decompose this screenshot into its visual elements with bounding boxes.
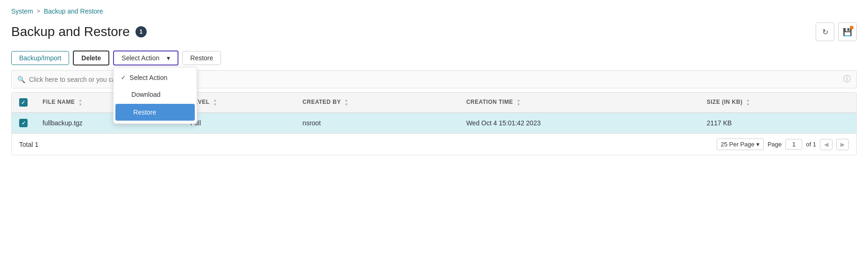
dropdown-item-select-action[interactable]: ✓ Select Action bbox=[114, 69, 197, 86]
next-page-button[interactable]: ▶ bbox=[836, 139, 849, 150]
header-checkbox-cell: ✓ bbox=[12, 93, 35, 113]
page-header: Backup and Restore 1 ↻ 💾 bbox=[11, 22, 857, 41]
dropdown-item-download[interactable]: Download bbox=[114, 86, 197, 103]
check-icon: ✓ bbox=[21, 100, 26, 106]
row-checkbox-cell: ✓ bbox=[12, 113, 35, 133]
page-badge: 1 bbox=[135, 26, 147, 37]
chevron-down-icon: ▾ bbox=[756, 141, 760, 148]
dropdown-item-label: Download bbox=[131, 91, 160, 98]
notification-dot bbox=[850, 26, 854, 29]
select-all-checkbox[interactable]: ✓ bbox=[19, 98, 28, 107]
cell-created-by: nsroot bbox=[295, 113, 459, 133]
toolbar: Backup/Import Delete Select Action ▾ ✓ S… bbox=[11, 51, 857, 65]
save-button[interactable]: 💾 bbox=[838, 22, 857, 41]
dropdown-item-label: Select Action bbox=[129, 74, 167, 81]
refresh-icon: ↻ bbox=[822, 28, 828, 36]
col-header-level[interactable]: LEVEL ▲▼ bbox=[183, 93, 295, 113]
col-header-size[interactable]: SIZE (IN KB) ▲▼ bbox=[699, 93, 856, 113]
sort-arrows-creation-time: ▲▼ bbox=[517, 98, 520, 107]
row-checkbox[interactable]: ✓ bbox=[19, 119, 28, 127]
cell-level: Full bbox=[183, 113, 295, 133]
page-label: Page bbox=[768, 141, 782, 148]
backup-import-button[interactable]: Backup/Import bbox=[11, 51, 69, 65]
breadcrumb-separator: > bbox=[37, 8, 40, 14]
select-action-label: Select Action bbox=[121, 54, 159, 62]
pagination: 25 Per Page ▾ Page 1 of 1 ◀ ▶ bbox=[717, 138, 849, 150]
table-footer: Total 1 25 Per Page ▾ Page 1 of 1 ◀ ▶ bbox=[12, 133, 856, 155]
col-header-created-by[interactable]: CREATED BY ▲▼ bbox=[295, 93, 459, 113]
col-header-creation-time[interactable]: CREATION TIME ▲▼ bbox=[459, 93, 699, 113]
cell-creation-time: Wed Oct 4 15:01:42 2023 bbox=[459, 113, 699, 133]
info-icon[interactable]: ⓘ bbox=[843, 74, 851, 84]
chevron-down-icon: ▾ bbox=[167, 54, 170, 62]
per-page-dropdown[interactable]: 25 Per Page ▾ bbox=[717, 138, 764, 150]
checkmark-icon: ✓ bbox=[121, 74, 126, 81]
prev-page-button[interactable]: ◀ bbox=[820, 139, 832, 150]
sort-arrows-size: ▲▼ bbox=[746, 98, 750, 107]
delete-button[interactable]: Delete bbox=[73, 51, 109, 65]
cell-size: 2117 KB bbox=[699, 113, 856, 133]
breadcrumb-current: Backup and Restore bbox=[44, 7, 103, 15]
header-actions: ↻ 💾 bbox=[816, 22, 857, 41]
page-number[interactable]: 1 bbox=[785, 139, 802, 150]
sort-arrows-level: ▲▼ bbox=[213, 98, 217, 107]
page-title-row: Backup and Restore 1 bbox=[11, 24, 147, 39]
page-title: Backup and Restore bbox=[11, 24, 130, 39]
select-action-dropdown-wrapper: Select Action ▾ ✓ Select Action Download… bbox=[113, 51, 178, 65]
check-icon: ✓ bbox=[21, 120, 26, 126]
select-action-button[interactable]: Select Action ▾ bbox=[113, 51, 178, 65]
breadcrumb-system[interactable]: System bbox=[11, 7, 33, 15]
restore-button[interactable]: Restore bbox=[182, 51, 221, 65]
sort-arrows-created-by: ▲▼ bbox=[344, 98, 348, 107]
breadcrumb: System > Backup and Restore bbox=[11, 7, 857, 15]
dropdown-item-label: Restore bbox=[133, 109, 156, 116]
sort-arrows-file-name: ▲▼ bbox=[78, 98, 82, 107]
total-count: Total 1 bbox=[19, 141, 38, 148]
dropdown-item-restore[interactable]: Restore bbox=[115, 104, 195, 121]
refresh-button[interactable]: ↻ bbox=[816, 22, 834, 41]
search-icon: 🔍 bbox=[17, 76, 25, 83]
page-of: of 1 bbox=[806, 141, 816, 148]
select-action-menu: ✓ Select Action Download Restore bbox=[113, 67, 197, 124]
